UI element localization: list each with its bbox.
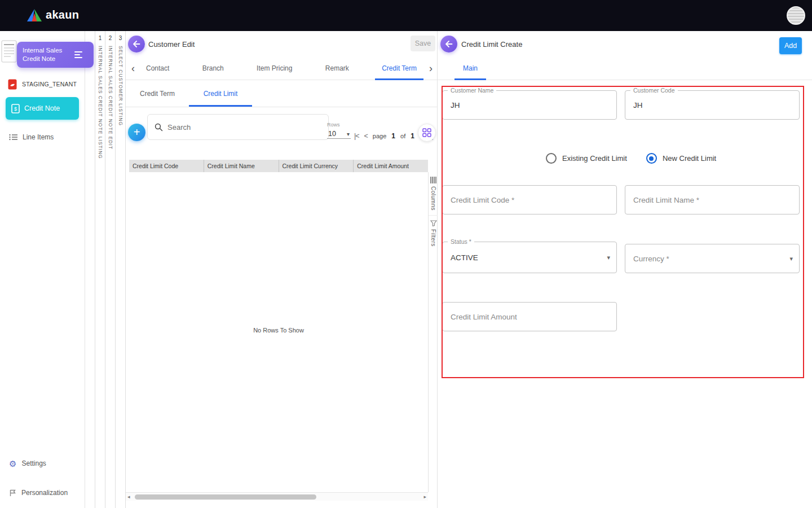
scroll-left-icon[interactable]: ◂ [127,493,130,501]
scrollbar-thumb[interactable] [135,494,316,500]
sidebar-item-settings[interactable]: ⚙ Settings [9,456,46,471]
rows-select[interactable]: 10 ▾ [327,129,351,139]
personalization-icon [9,489,16,497]
column-credit-limit-code[interactable]: Credit Limit Code [129,160,204,172]
sidebar-item-credit-note[interactable]: $ Credit Note [6,97,79,120]
currency-select[interactable]: ▾ [625,244,800,273]
sidebar-item-line-items[interactable]: Line Items [9,130,54,144]
step-strip-1[interactable]: 1 INTERNAL SALES CREDIT NOTE LISTING [95,31,105,508]
customer-code-input[interactable] [625,91,799,119]
personalization-label: Personalization [21,489,68,497]
sidebar: Internal Sales Credit Note STAGING_TENAN… [0,31,85,508]
tab-branch[interactable]: Branch [196,56,231,80]
tenant-pdf-icon [8,79,17,90]
customer-name-field[interactable]: Customer Name [442,90,617,120]
step-strip-2[interactable]: 2 INTERNAL SALES CREDIT NOTE EDIT [105,31,115,508]
sidebar-item-personalization[interactable]: Personalization [9,485,68,500]
search-box [147,114,329,140]
credit-note-document-icon [1,40,17,63]
back-button[interactable] [128,36,145,52]
page-word: page [373,133,386,139]
line-items-icon [9,134,17,141]
add-row-button[interactable]: + [128,124,145,141]
settings-label: Settings [21,459,46,467]
tab-credit-term[interactable]: Credit Term [375,56,423,80]
column-credit-limit-amount[interactable]: Credit Limit Amount [353,160,428,172]
status-select[interactable]: Status * ACTIVE ▾ [442,242,617,273]
plus-icon: + [134,126,140,138]
column-credit-limit-currency[interactable]: Credit Limit Currency [279,160,354,172]
logo-text: akaun [46,8,79,21]
current-page: 1 [391,132,395,140]
credit-limit-create-panel: Credit Limit Create Add Main Customer Na… [438,31,812,508]
module-banner[interactable]: Internal Sales Credit Note [17,42,94,68]
existing-credit-limit-radio[interactable] [546,153,557,164]
total-pages: 1 [411,132,414,140]
rows-per-page: Rows 10 ▾ [327,122,351,139]
columns-tool[interactable]: Columns [429,172,438,215]
table-tools-strip: Columns Filters [428,172,438,492]
tabs-container: Contact Branch Item Pricing Remark Credi… [139,56,423,80]
filters-tool[interactable]: Filters [429,215,438,251]
collapse-menu-icon[interactable] [74,51,82,58]
add-button[interactable]: Add [779,37,802,54]
first-page-button[interactable]: |< [354,132,359,140]
existing-credit-limit-label: Existing Credit Limit [562,154,627,163]
step-label: INTERNAL SALES CREDIT NOTE EDIT [108,46,113,150]
tabs-scroll-right-icon[interactable]: › [426,56,436,80]
tab-main[interactable]: Main [454,56,486,80]
search-input[interactable] [167,123,297,132]
logo: akaun [27,8,79,21]
user-avatar[interactable] [787,6,805,25]
horizontal-scrollbar[interactable]: ◂ ▸ [126,492,428,501]
tabs-scroll-left-icon[interactable]: ‹ [128,56,138,80]
credit-limit-code-input[interactable] [443,186,616,214]
column-credit-limit-name[interactable]: Credit Limit Name [204,160,279,172]
back-arrow-icon [133,40,140,48]
tab-contact[interactable]: Contact [139,56,176,80]
save-button[interactable]: Save [411,36,435,51]
step-number: 1 [95,35,105,41]
page-title: Customer Edit [148,40,195,49]
scroll-right-icon[interactable]: ▸ [423,493,426,501]
credit-limit-amount-input[interactable] [443,303,616,331]
credit-term-subtabs: Credit Term Credit Limit [126,80,437,107]
grid-view-button[interactable] [418,124,436,142]
filter-icon [430,220,437,226]
credit-note-label: Credit Note [24,104,60,112]
step-strip-3[interactable]: 3 SELECT CUSTOMER LISTING [115,31,125,508]
back-button[interactable] [440,36,457,52]
step-label: SELECT CUSTOMER LISTING [118,46,123,126]
currency-input[interactable] [625,244,799,273]
screen: akaun Internal Sales Credit Note STAGING… [0,0,812,508]
of-word: of [400,133,405,139]
new-credit-limit-radio[interactable] [646,153,657,164]
tab-item-pricing[interactable]: Item Pricing [250,56,299,80]
status-caret-icon: ▾ [607,254,610,261]
credit-limit-amount-field[interactable] [442,302,617,331]
customer-name-input[interactable] [443,91,616,119]
filters-tool-label: Filters [430,229,436,247]
page-title: Credit Limit Create [461,40,522,49]
tab-remark[interactable]: Remark [319,56,356,80]
credit-limit-name-field[interactable] [625,185,800,214]
credit-limit-type-radio-group: Existing Credit Limit New Credit Limit [546,153,716,164]
svg-text:$: $ [14,106,17,112]
customer-edit-panel: Customer Edit Save ‹ Contact Branch Item… [125,31,438,508]
empty-table-message: No Rows To Show [129,327,428,334]
credit-limit-code-field[interactable] [442,185,617,214]
settings-gear-icon: ⚙ [9,459,16,468]
columns-icon [430,177,436,183]
subtab-credit-limit[interactable]: Credit Limit [189,80,252,107]
prev-page-button[interactable]: < [364,132,368,140]
subtab-credit-term[interactable]: Credit Term [126,80,189,107]
credit-limit-name-input[interactable] [625,186,799,214]
module-banner-label: Internal Sales Credit Note [17,46,74,63]
credit-note-icon: $ [11,104,20,113]
sidebar-item-tenant[interactable]: STAGING_TENANT [8,77,77,91]
customer-edit-tabbar: ‹ Contact Branch Item Pricing Remark Cre… [126,56,437,80]
columns-tool-label: Columns [430,186,436,211]
tenant-label: STAGING_TENANT [22,81,77,87]
customer-code-field[interactable]: Customer Code [625,90,800,120]
create-tabbar: Main [438,56,812,80]
